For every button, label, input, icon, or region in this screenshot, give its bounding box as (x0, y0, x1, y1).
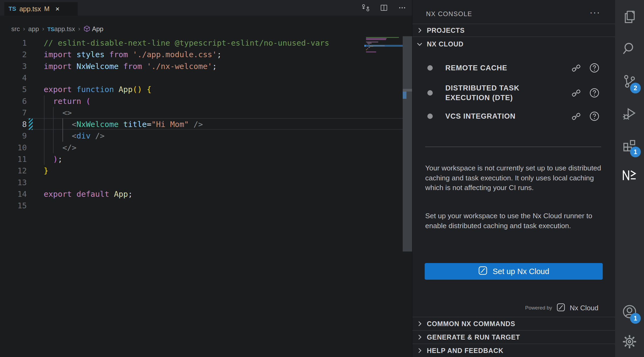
divider (425, 147, 601, 147)
code-line-8: <NxWelcome title="Hi Mom" /> (44, 118, 203, 130)
line-number: 8 (0, 118, 27, 130)
editor-scrollbar[interactable] (403, 36, 412, 252)
line-number: 1 (0, 37, 27, 49)
code-line-6: return ( (44, 95, 91, 107)
code-line-10: </> (44, 142, 76, 154)
nx-cloud-logo-icon (478, 266, 488, 277)
section-help-and-feedback[interactable]: HELP AND FEEDBACK (412, 344, 615, 357)
breadcrumb-separator: › (41, 26, 45, 32)
editor-actions (361, 0, 407, 16)
chevron-right-icon (416, 27, 423, 34)
line-number: 15 (0, 200, 27, 212)
powered-by-label: Powered by (525, 305, 552, 311)
line-number: 10 (0, 142, 27, 154)
search-icon[interactable] (615, 34, 644, 63)
status-bullet (427, 90, 433, 96)
line-number: 13 (0, 177, 27, 188)
badge-count: 1 (630, 313, 641, 324)
feature-label: DISTRIBUTED TASK EXECUTION (DTE) (445, 83, 563, 103)
connect-plug-icon[interactable] (571, 62, 582, 74)
minimap-line (366, 37, 399, 38)
code-line-1: // eslint-disable-next-line @typescript-… (44, 37, 329, 49)
tab-close-icon[interactable]: × (55, 5, 60, 13)
feature-label: REMOTE CACHE (445, 63, 563, 73)
section-label: HELP AND FEEDBACK (427, 347, 504, 355)
feature-row-vcs: VCS INTEGRATION (412, 110, 615, 123)
more-actions-icon[interactable] (398, 3, 407, 12)
breadcrumb-item-app[interactable]: App (82, 25, 105, 33)
minimap-line (366, 52, 376, 52)
connect-plug-icon[interactable] (571, 87, 582, 99)
minimap-line (367, 48, 368, 49)
minimap-line (369, 46, 373, 47)
setup-nx-cloud-button-label: Set up Nx Cloud (493, 267, 549, 276)
breadcrumb-item-app-tsx[interactable]: TSapp.tsx (46, 25, 76, 33)
line-number: 2 (0, 49, 27, 60)
minimap-line (366, 49, 367, 50)
line-number: 3 (0, 60, 27, 72)
badge-count: 1 (630, 147, 641, 157)
line-number: 12 (0, 165, 27, 177)
tab-app-tsx[interactable]: TS app.tsx M × (4, 2, 78, 16)
split-editor-icon[interactable] (379, 3, 388, 12)
section-projects-label: PROJECTS (427, 27, 465, 34)
breadcrumb-separator: › (22, 26, 26, 32)
section-projects[interactable]: PROJECTS (412, 24, 615, 37)
help-icon[interactable] (589, 62, 600, 74)
badge-count: 2 (630, 83, 641, 93)
account-icon[interactable]: 1 (615, 297, 644, 326)
breadcrumb-separator: › (77, 26, 81, 32)
sidebar-title: NX CONSOLE (426, 10, 472, 18)
extensions-icon[interactable]: 1 (615, 130, 644, 160)
activity-bar: 211 (615, 0, 644, 357)
section-label: COMMON NX COMMANDS (427, 320, 515, 328)
tab-filename: app.tsx (19, 5, 41, 13)
settings-gear-icon[interactable] (615, 327, 644, 356)
breadcrumb-item-src[interactable]: src (10, 25, 21, 33)
powered-by-brand: Nx Cloud (570, 304, 598, 312)
feature-row-distributed: DISTRIBUTED TASK EXECUTION (DTE) (412, 81, 615, 104)
help-icon[interactable] (589, 87, 600, 99)
code-editor[interactable]: 1// eslint-disable-next-line @typescript… (0, 35, 412, 357)
feature-label: VCS INTEGRATION (445, 111, 563, 121)
status-bullet (427, 114, 433, 119)
minimap-line (366, 38, 387, 39)
line-number: 6 (0, 95, 27, 107)
help-icon[interactable] (589, 111, 600, 122)
chevron-right-icon (416, 347, 423, 354)
run-debug-icon[interactable] (615, 99, 644, 128)
code-line-7: <> (44, 107, 72, 119)
feature-row-remote: REMOTE CACHE (412, 61, 615, 75)
compare-changes-icon[interactable] (361, 3, 370, 12)
scrollbar-band (403, 89, 412, 92)
code-line-3: import NxWelcome from './nx-welcome'; (44, 60, 217, 72)
minimap-line (368, 44, 369, 45)
source-control-icon[interactable]: 2 (615, 67, 644, 96)
sidebar-header: NX CONSOLE ··· (412, 0, 615, 24)
powered-by: Powered by Nx Cloud (525, 302, 598, 314)
files-icon[interactable] (615, 2, 644, 32)
section-common-nx-commands[interactable]: COMMON NX COMMANDS (412, 317, 615, 330)
code-line-2: import styles from './app.module.css'; (44, 49, 222, 60)
chevron-right-icon (416, 334, 423, 341)
section-label: GENERATE & RUN TARGET (427, 333, 520, 341)
setup-nx-cloud-button[interactable]: Set up Nx Cloud (425, 263, 603, 280)
line-number: 4 (0, 72, 27, 84)
nx-console-icon[interactable] (615, 161, 644, 190)
breadcrumb-item-app[interactable]: app (27, 25, 40, 33)
minimap-line (366, 42, 378, 42)
nx-console-sidebar: NX CONSOLE ··· PROJECTS NX CLOUD REMOTE … (412, 0, 615, 357)
overview-ruler-modified-marker (403, 92, 406, 99)
connect-plug-icon[interactable] (571, 111, 582, 122)
minimap[interactable] (366, 37, 403, 56)
line-number: 5 (0, 83, 27, 95)
code-line-5: export function App() { (44, 83, 151, 95)
section-generate-run-target[interactable]: GENERATE & RUN TARGET (412, 330, 615, 344)
line-number: 11 (0, 153, 27, 165)
setup-instruction-text: Set up your workspace to use the Nx Clou… (425, 211, 602, 231)
section-nx-cloud[interactable]: NX CLOUD (412, 37, 615, 51)
vscode-window: TS app.tsx M × src›app›TSapp.tsx›App 1//… (0, 0, 644, 357)
sidebar-more-actions-icon[interactable]: ··· (590, 7, 600, 17)
workspace-status-text: Your workspace is not currently set up t… (425, 163, 602, 193)
chevron-right-icon (416, 320, 423, 327)
